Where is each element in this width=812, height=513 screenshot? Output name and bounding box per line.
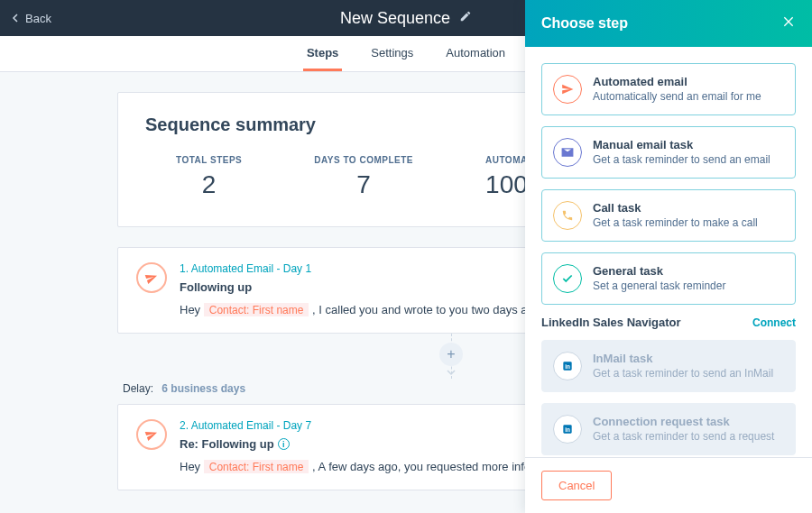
option-call-task[interactable]: Call taskGet a task reminder to make a c…: [541, 189, 796, 242]
linkedin-section-header: LinkedIn Sales Navigator Connect: [541, 316, 796, 329]
close-button[interactable]: [781, 14, 796, 32]
chevron-left-icon: [11, 14, 20, 23]
option-desc: Automatically send an email for me: [593, 90, 761, 103]
check-icon: [553, 264, 582, 293]
linkedin-heading: LinkedIn Sales Navigator: [541, 316, 681, 329]
option-title: General task: [593, 264, 725, 278]
stat-value: 7: [314, 170, 413, 199]
panel-footer: Cancel: [525, 457, 812, 513]
option-desc: Get a task reminder to make a call: [593, 216, 758, 229]
connect-link[interactable]: Connect: [752, 316, 796, 329]
linkedin-icon: in: [553, 352, 582, 380]
stat-total-steps: TOTAL STEPS 2: [176, 155, 242, 199]
delay-value: 6 business days: [161, 382, 245, 395]
close-icon: [781, 14, 796, 29]
send-icon: [553, 75, 582, 104]
option-desc: Get a task reminder to send a request: [593, 430, 774, 443]
stat-label: DAYS TO COMPLETE: [314, 155, 413, 165]
option-connection-request: in Connection request taskGet a task rem…: [541, 403, 796, 455]
panel-title: Choose step: [541, 15, 628, 32]
choose-step-panel: Choose step Automated emailAutomatically…: [525, 0, 812, 513]
linkedin-icon: in: [553, 415, 582, 444]
phone-icon: [553, 201, 582, 230]
svg-text:in: in: [565, 363, 570, 370]
preview-text: Hey: [180, 460, 204, 473]
stat-label: TOTAL STEPS: [176, 155, 242, 165]
envelope-icon: [553, 138, 582, 167]
delay-label: Delay:: [123, 382, 153, 395]
option-inmail-task: in InMail taskGet a task reminder to sen…: [541, 340, 796, 392]
send-icon: [136, 419, 167, 450]
option-automated-email[interactable]: Automated emailAutomatically send an ema…: [541, 63, 796, 115]
page-title: New Sequence: [340, 9, 450, 28]
option-title: InMail task: [593, 352, 773, 365]
panel-body: Automated emailAutomatically send an ema…: [525, 47, 812, 457]
stat-days: DAYS TO COMPLETE 7: [314, 155, 413, 199]
info-icon[interactable]: i: [278, 438, 290, 450]
option-title: Automated email: [593, 75, 761, 88]
option-manual-email[interactable]: Manual email taskGet a task reminder to …: [541, 126, 796, 179]
option-title: Manual email task: [593, 138, 770, 151]
back-button[interactable]: Back: [11, 12, 51, 25]
back-label: Back: [25, 12, 51, 25]
option-desc: Get a task reminder to send an email: [593, 153, 770, 166]
merge-token: Contact: First name: [204, 460, 309, 473]
cancel-button[interactable]: Cancel: [541, 471, 612, 500]
option-title: Call task: [593, 201, 758, 215]
arrow-down-icon: [447, 364, 456, 380]
tab-automation[interactable]: Automation: [442, 37, 509, 71]
option-general-task[interactable]: General taskSet a general task reminder: [541, 252, 796, 305]
option-title: Connection request task: [593, 415, 774, 428]
tab-steps[interactable]: Steps: [303, 37, 342, 71]
preview-text: Hey: [180, 303, 204, 316]
option-desc: Get a task reminder to send an InMail: [593, 367, 773, 380]
pencil-icon: [459, 10, 472, 23]
merge-token: Contact: First name: [204, 303, 309, 316]
send-icon: [136, 262, 167, 293]
stat-value: 2: [176, 170, 242, 199]
add-step-button[interactable]: +: [439, 343, 463, 366]
option-desc: Set a general task reminder: [593, 279, 725, 292]
svg-text:in: in: [565, 426, 570, 433]
edit-title-button[interactable]: [459, 10, 472, 26]
tab-settings[interactable]: Settings: [367, 37, 417, 71]
panel-header: Choose step: [525, 0, 812, 47]
